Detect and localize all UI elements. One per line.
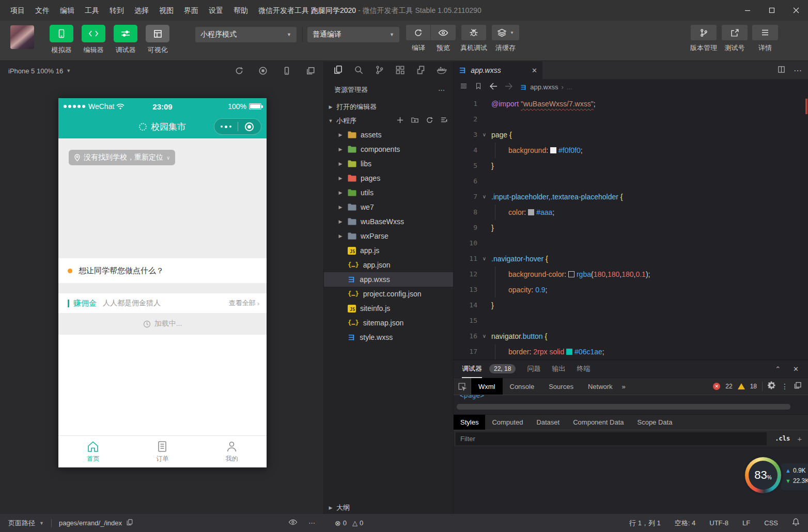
- notifications-bell-icon[interactable]: [792, 518, 800, 528]
- file-app.wxss[interactable]: ヨapp.wxss: [324, 272, 453, 287]
- phone-tab-首页[interactable]: 首页: [58, 436, 128, 467]
- fold-icon[interactable]: ∨: [477, 189, 491, 205]
- styles-tab-Dataset[interactable]: Dataset: [530, 415, 566, 430]
- action-真机调试[interactable]: 真机调试: [460, 25, 487, 53]
- open-editors-section[interactable]: ▶ 打开的编辑器: [324, 100, 453, 114]
- ask-entry-row[interactable]: 想让同学帮您做点什么？: [58, 258, 267, 283]
- warning-count[interactable]: 18: [750, 383, 757, 390]
- action-版本管理[interactable]: 版本管理: [690, 25, 717, 53]
- devtools-tab-Wxml[interactable]: Wxml: [471, 378, 503, 395]
- source-control-icon[interactable]: [375, 65, 384, 77]
- stop-icon[interactable]: [258, 66, 268, 75]
- location-picker-pill[interactable]: 没有找到学校，重新定位 ∨: [69, 150, 175, 165]
- more-menu-button[interactable]: [214, 126, 238, 128]
- action-详情[interactable]: 详情: [752, 25, 778, 53]
- debugger-tab-输出[interactable]: 输出: [552, 364, 565, 373]
- page-path-value[interactable]: pages/errand/_/index: [59, 519, 122, 527]
- menu-item-设置[interactable]: 设置: [204, 0, 228, 21]
- settings-gear-icon[interactable]: [768, 381, 776, 392]
- debugger-tab-调试器[interactable]: 调试器: [462, 364, 482, 373]
- back-icon[interactable]: [489, 83, 498, 91]
- bookmark-icon[interactable]: [475, 82, 482, 91]
- rotate-device-icon[interactable]: [282, 66, 291, 75]
- new-file-icon[interactable]: [396, 116, 404, 126]
- forward-icon[interactable]: [505, 83, 513, 91]
- menu-item-转到[interactable]: 转到: [104, 0, 129, 21]
- styles-tab-Computed[interactable]: Computed: [485, 415, 530, 430]
- new-folder-icon[interactable]: [411, 116, 419, 126]
- more-actions-icon[interactable]: ⋯: [438, 86, 446, 94]
- close-tab-icon[interactable]: ✕: [532, 67, 537, 74]
- action-测试号[interactable]: 测试号: [722, 25, 748, 53]
- folder-wuBaseWxss[interactable]: ▶wuBaseWxss: [324, 214, 453, 229]
- menu-item-帮助[interactable]: 帮助: [228, 0, 253, 21]
- panel-toggle-调试器[interactable]: 调试器: [110, 25, 142, 55]
- file-app.js[interactable]: JSapp.js: [324, 243, 453, 258]
- code-editor[interactable]: 1@import "wuBaseWxss/7.wxss";23∨page {4b…: [454, 95, 808, 359]
- action-编译[interactable]: [406, 25, 431, 40]
- copy-path-icon[interactable]: [126, 519, 133, 528]
- close-button[interactable]: [784, 0, 808, 21]
- fold-icon[interactable]: ∨: [477, 251, 491, 267]
- mode-select[interactable]: 小程序模式 ▼: [195, 27, 297, 42]
- folder-assets[interactable]: ▶assets: [324, 128, 453, 142]
- menu-item-界面[interactable]: 界面: [179, 0, 204, 21]
- menu-item-选择[interactable]: 选择: [129, 0, 154, 21]
- menu-item-微信开发者工具[interactable]: 微信开发者工具: [253, 0, 314, 21]
- menu-item-项目[interactable]: 项目: [5, 0, 30, 21]
- menu-item-文件[interactable]: 文件: [30, 0, 55, 21]
- exit-miniprogram-button[interactable]: [238, 122, 261, 131]
- refresh-icon[interactable]: [235, 66, 244, 75]
- panel-toggle-编辑器[interactable]: 编辑器: [77, 25, 110, 55]
- problems-summary[interactable]: ⊗0 △0: [335, 519, 366, 527]
- cursor-position[interactable]: 行 1，列 1: [629, 519, 661, 528]
- kebab-menu-icon[interactable]: ⋮: [781, 382, 788, 390]
- eol[interactable]: LF: [742, 519, 750, 527]
- filter-input[interactable]: Filter: [456, 432, 767, 445]
- snippets-icon[interactable]: [416, 65, 426, 77]
- styles-tab-Component Data[interactable]: Component Data: [566, 415, 630, 430]
- file-sitemap.json[interactable]: {…}sitemap.json: [324, 316, 453, 330]
- search-icon[interactable]: [354, 65, 364, 77]
- editor-tab-app-wxss[interactable]: ヨ app.wxss ✕: [454, 61, 542, 79]
- menu-item-编辑[interactable]: 编辑: [55, 0, 80, 21]
- extensions-icon[interactable]: [395, 65, 405, 77]
- files-icon[interactable]: [333, 65, 343, 77]
- inspect-element-icon[interactable]: [454, 378, 471, 395]
- debugger-tab-终端[interactable]: 终端: [577, 364, 590, 373]
- collapse-all-icon[interactable]: [440, 116, 448, 126]
- folder-utils[interactable]: ▶utils: [324, 185, 453, 200]
- wxml-inspector[interactable]: <page>: [454, 395, 808, 415]
- docker-icon[interactable]: [437, 65, 447, 77]
- file-project.config.json[interactable]: {…}project.config.json: [324, 287, 453, 301]
- phone-tab-订单[interactable]: 订单: [128, 436, 197, 467]
- cls-toggle[interactable]: .cls: [775, 435, 790, 442]
- file-app.json[interactable]: {…}app.json: [324, 258, 453, 272]
- device-selector[interactable]: iPhone 5 100% 16: [8, 67, 63, 75]
- devtools-tab-Network[interactable]: Network: [581, 378, 620, 395]
- styles-tab-Styles[interactable]: Styles: [454, 415, 485, 430]
- devtools-tab-Console[interactable]: Console: [503, 378, 542, 395]
- editor-scrollbar[interactable]: [801, 95, 808, 359]
- encoding[interactable]: UTF-8: [709, 519, 728, 527]
- undock-icon[interactable]: [794, 381, 802, 392]
- horizontal-scrollbar[interactable]: [457, 404, 790, 410]
- panel-toggle-模拟器[interactable]: 模拟器: [45, 25, 77, 55]
- action-预览[interactable]: [431, 25, 456, 40]
- indentation[interactable]: 空格: 4: [675, 519, 695, 528]
- language-mode[interactable]: CSS: [764, 519, 778, 527]
- minimize-button[interactable]: [735, 0, 759, 21]
- error-count[interactable]: 22: [725, 383, 732, 390]
- multi-window-icon[interactable]: [306, 66, 315, 75]
- user-avatar[interactable]: [10, 25, 34, 49]
- folder-components[interactable]: ▶components: [324, 142, 453, 157]
- outline-list-icon[interactable]: [460, 82, 468, 91]
- menu-item-视图[interactable]: 视图: [154, 0, 179, 21]
- more-actions-icon[interactable]: ⋯: [794, 66, 802, 75]
- folder-pages[interactable]: ▶pages: [324, 171, 453, 185]
- more-tabs-icon[interactable]: »: [622, 383, 626, 390]
- performance-gauge[interactable]: 83 %: [745, 457, 781, 493]
- close-panel-icon[interactable]: ✕: [793, 365, 799, 373]
- outline-section[interactable]: ▶ 大纲: [324, 502, 453, 514]
- styles-tab-Scope Data[interactable]: Scope Data: [630, 415, 679, 430]
